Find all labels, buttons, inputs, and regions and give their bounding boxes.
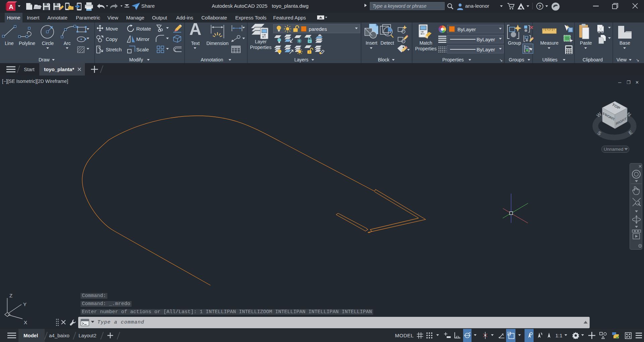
svg-text:Z: Z <box>9 293 12 298</box>
svg-text:X: X <box>24 320 27 325</box>
svg-text:Y: Y <box>23 301 27 307</box>
